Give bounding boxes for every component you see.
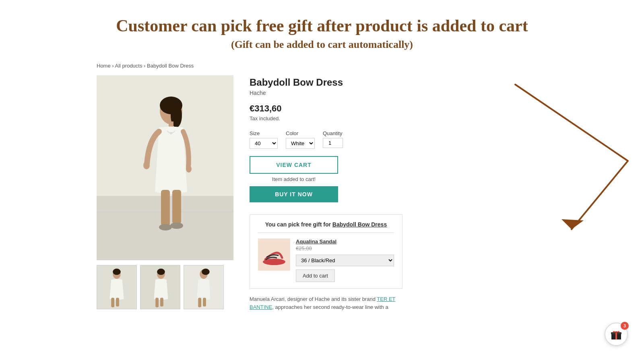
gift-variant-select[interactable]: 36 / Black/Red 37 / Black/Red 38 / Black… <box>296 255 394 266</box>
product-details: Babydoll Bow Dress Hache €313,60 Tax inc… <box>250 75 499 311</box>
gift-badge: 3 <box>621 322 629 330</box>
gift-icon-button[interactable]: 3 <box>605 323 628 346</box>
svg-rect-28 <box>203 298 206 306</box>
color-option-group: Color White Black Blue <box>286 130 315 149</box>
main-product-image <box>97 75 233 260</box>
gift-product-link[interactable]: Babydoll Bow Dress <box>332 221 387 228</box>
size-option-group: Size 40 38 42 44 <box>250 130 278 149</box>
breadcrumb-all-products[interactable]: All products <box>115 63 142 69</box>
product-tax: Tax included. <box>250 115 499 121</box>
gift-product-name[interactable]: Aqualina Sandal <box>296 239 394 245</box>
svg-point-36 <box>615 331 617 333</box>
svg-point-21 <box>157 269 165 275</box>
svg-rect-23 <box>160 298 163 306</box>
svg-point-8 <box>186 165 192 173</box>
product-price: €313,60 <box>250 103 499 114</box>
item-added-text: Item added to cart! <box>250 176 338 182</box>
size-select[interactable]: 40 38 42 44 <box>250 138 278 149</box>
quantity-input[interactable] <box>323 138 343 148</box>
gift-product-price: €25,00 <box>296 245 394 251</box>
svg-point-12 <box>170 222 183 229</box>
product-description: Manuela Arcari, designer of Hache and it… <box>250 295 402 311</box>
svg-point-26 <box>202 269 210 275</box>
quantity-label: Quantity <box>323 130 343 136</box>
svg-rect-22 <box>155 298 159 307</box>
product-images <box>97 75 233 311</box>
ter-et-bantine-link[interactable]: TER ET BANTINE <box>250 296 396 310</box>
gift-info: Aqualina Sandal €25,00 36 / Black/Red 37… <box>296 239 394 282</box>
svg-point-16 <box>113 269 121 275</box>
svg-point-13 <box>170 132 172 134</box>
gift-box-icon <box>610 328 623 341</box>
quantity-option-group: Quantity <box>323 130 343 149</box>
page-wrapper: Customer can pick free gift after produc… <box>0 0 644 362</box>
svg-point-7 <box>143 161 150 169</box>
svg-rect-17 <box>111 298 114 307</box>
size-label: Size <box>250 130 278 136</box>
gift-product-image <box>258 239 290 271</box>
thumbnail-row <box>97 265 233 309</box>
breadcrumb-current: Babydoll Bow Dress <box>147 63 194 69</box>
breadcrumb-home[interactable]: Home <box>97 63 111 69</box>
product-brand: Hache <box>250 90 499 96</box>
buy-now-button[interactable]: BUY IT NOW <box>250 186 338 202</box>
gift-add-to-cart-button[interactable]: Add to cart <box>296 269 335 282</box>
product-name: Babydoll Bow Dress <box>250 77 499 88</box>
svg-rect-10 <box>172 190 181 224</box>
arrow-annotation <box>483 80 644 261</box>
thumbnail-3[interactable] <box>184 265 224 309</box>
color-label: Color <box>286 130 315 136</box>
thumbnail-1[interactable] <box>97 265 137 309</box>
view-cart-button[interactable]: VIEW CART <box>250 156 338 174</box>
thumbnail-2[interactable] <box>140 265 180 309</box>
gift-panel: You can pick free gift for Babydoll Bow … <box>250 214 402 289</box>
svg-point-11 <box>159 224 172 230</box>
options-row: Size 40 38 42 44 Color White Black Blue <box>250 130 499 149</box>
color-select[interactable]: White Black Blue <box>286 138 315 149</box>
page-subtitle: (Gift can be added to cart automatically… <box>24 39 620 51</box>
gift-item: Aqualina Sandal €25,00 36 / Black/Red 37… <box>258 239 394 282</box>
svg-rect-18 <box>116 298 119 306</box>
breadcrumb: Home › All products › Babydoll Bow Dress <box>97 63 620 69</box>
content-area: Babydoll Bow Dress Hache €313,60 Tax inc… <box>97 75 499 311</box>
svg-rect-9 <box>161 190 170 226</box>
page-main-title: Customer can pick free gift after produc… <box>24 16 620 35</box>
gift-panel-title: You can pick free gift for Babydoll Bow … <box>258 221 394 233</box>
svg-rect-27 <box>198 298 201 307</box>
